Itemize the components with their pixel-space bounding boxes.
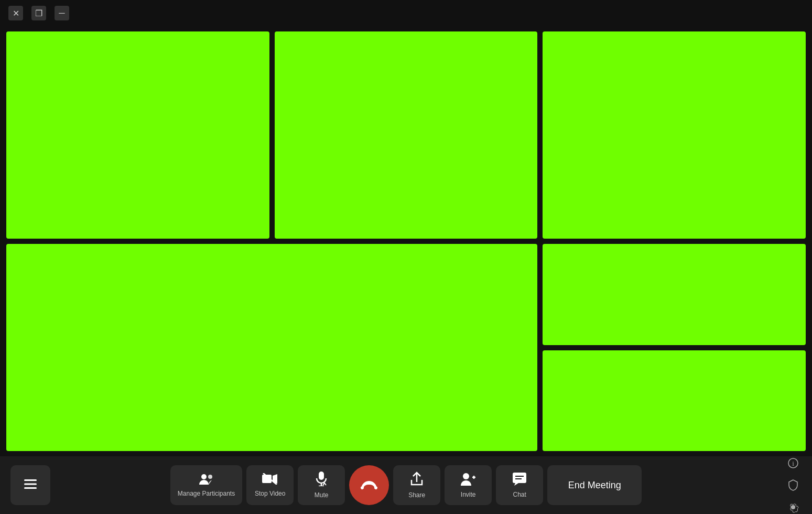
svg-rect-8 (319, 472, 324, 480)
toolbar: Manage Participants Stop Video Mute (0, 456, 812, 514)
stop-video-label: Stop Video (255, 490, 286, 497)
svg-point-4 (208, 475, 212, 479)
minimize-button[interactable]: ─ (55, 6, 69, 20)
end-meeting-button[interactable]: End Meeting (547, 465, 642, 505)
hang-up-icon (361, 478, 377, 492)
video-tile-right-stack (543, 244, 806, 451)
video-icon (262, 473, 278, 488)
mute-button[interactable]: Mute (298, 465, 345, 505)
chat-label: Chat (513, 491, 526, 498)
chat-icon (512, 472, 527, 489)
side-icons: i (785, 455, 802, 514)
chat-button[interactable]: Chat (496, 465, 543, 505)
invite-button[interactable]: Invite (445, 465, 492, 505)
svg-rect-0 (24, 479, 37, 481)
invite-icon (461, 472, 475, 489)
menu-button[interactable] (10, 465, 50, 505)
manage-participants-label: Manage Participants (178, 490, 235, 497)
mute-label: Mute (315, 491, 329, 499)
svg-rect-2 (24, 487, 37, 489)
video-tile-5 (543, 244, 806, 345)
svg-point-14 (463, 473, 469, 479)
share-icon (410, 472, 424, 489)
info-button[interactable]: i (785, 455, 802, 472)
title-bar: ✕ ❐ ─ (0, 0, 812, 26)
video-tile-1 (6, 31, 269, 239)
video-grid (0, 26, 812, 456)
menu-icon (24, 478, 37, 492)
close-button[interactable]: ✕ (8, 6, 23, 20)
svg-marker-18 (514, 483, 518, 486)
mic-icon (316, 472, 327, 489)
svg-rect-1 (24, 484, 37, 485)
shield-button[interactable] (785, 477, 802, 494)
participants-icon (199, 473, 214, 488)
svg-text:i: i (792, 459, 794, 467)
share-button[interactable]: Share (393, 465, 440, 505)
settings-button[interactable] (785, 499, 802, 514)
video-tile-6 (543, 350, 806, 452)
end-meeting-label: End Meeting (568, 480, 621, 490)
toolbar-left (10, 465, 50, 505)
duplicate-button[interactable]: ❐ (31, 6, 46, 20)
share-label: Share (408, 491, 425, 499)
stop-video-button[interactable]: Stop Video (246, 465, 294, 505)
toolbar-right: i (785, 455, 802, 514)
manage-participants-button[interactable]: Manage Participants (170, 465, 242, 505)
video-tile-4 (6, 244, 537, 451)
svg-point-3 (201, 474, 207, 479)
invite-label: Invite (461, 491, 476, 498)
hang-up-button[interactable] (349, 465, 389, 505)
svg-rect-17 (513, 473, 526, 483)
video-tile-2 (275, 31, 538, 239)
video-tile-3 (543, 31, 806, 239)
